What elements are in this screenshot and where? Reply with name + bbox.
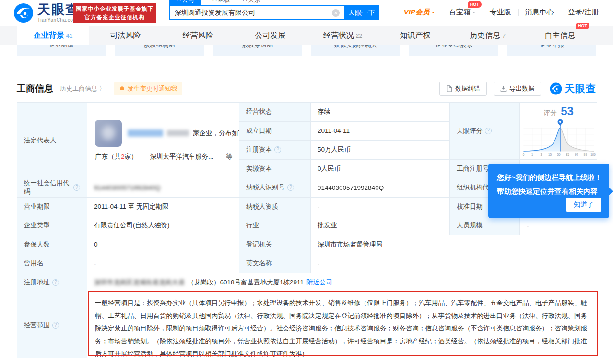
score-word: 评分 [543,109,557,117]
user-menu: VIP会员 HOT 百宝箱 专业版 消息中心 登录/注册 [404,8,599,17]
company-type-label: 企业类型 [17,216,87,235]
tab-intellectual-property[interactable]: 知识产权 [379,26,451,45]
chip-equity-penetration[interactable]: 股权穿透图 [213,45,302,56]
caret-down-icon [431,12,435,15]
badge-line1: 国家中小企业发展子基金旗下 [76,5,154,13]
logo-title: 天眼查 [37,3,79,16]
tooltip-line1: 您好~我们的侧边栏导航上线啦！ [497,170,601,184]
insured-count-value: 0 [87,235,239,254]
help-icon[interactable]: ? [52,279,59,286]
svg-text:3: 3 [540,153,542,156]
help-icon[interactable]: ? [287,184,294,191]
help-icon[interactable]: ? [274,146,281,153]
registration-authority-value: 深圳市市场监督管理局 [311,235,597,254]
search-tab-boss[interactable]: 查老板 [211,0,231,5]
tab-operating-status[interactable]: 经营状况22 [306,26,379,45]
tab-judicial-risk[interactable]: 司法风险 [89,26,162,45]
menu-toolbox[interactable]: HOT 百宝箱 [449,8,476,17]
menu-divider [561,9,561,16]
svg-text:50: 50 [557,153,561,156]
svg-text:99: 99 [583,153,587,156]
search-type-tabs: 查公司 查老板 查关系 [169,0,274,5]
chip-equity-structure[interactable]: 股权结构图 [115,45,204,56]
section-title: 工商信息 [17,82,53,95]
business-scope-label: 经营范围? [17,292,87,358]
business-term-label: 营业期限 [17,198,87,216]
business-info-header: 工商信息 历史工商信息 〉 发生变更时通知我 数据纠错 导出数据 [17,82,596,96]
legal-rep-label: 法定代表人 [17,103,87,178]
tab-history-info[interactable]: 历史信息7 [451,26,524,45]
hot-badge: HOT [468,1,482,8]
tab-company-background[interactable]: 企业背景41 [17,26,89,45]
history-business-info-link[interactable]: 历史工商信息 〉 [60,84,106,93]
legal-rep-count-redacted [167,130,189,136]
clear-search-icon[interactable]: ✕ [332,9,340,17]
tianyancha-watermark: 天眼查 [550,82,596,95]
business-info-table: 法定代表人 家企业，分布如下 广东（共2家） 深圳太平洋汽车服务... 等 经营… [17,102,597,358]
staff-size-label: 人员规模 [450,216,519,235]
svg-text:15: 15 [548,153,552,156]
menu-login-register[interactable]: 登录/注册 [568,8,599,17]
chip-annual-report[interactable]: 企业年报 [507,45,596,56]
score-label: 天眼评分? [450,103,519,159]
tianyancha-company-page: 天眼查 TianYanCha.com 国家中小企业发展子基金旗下 官方备案企业征… [0,0,613,364]
tab-operating-risk[interactable]: 经营风险 [162,26,234,45]
score-number: 53 [561,105,574,118]
svg-text:85: 85 [566,153,569,156]
registered-address-value: 深圳市龙岗区龙城街道龙岗大道 （龙岗段）6018号富基置地大厦1栋2911 附近… [87,273,597,292]
tianyancha-eye-icon [550,82,562,95]
taxpayer-qualification-label: 纳税人资质 [239,198,310,216]
score-bell-curve-chart: 0 1 3 15 50 85 97 99 100 [521,118,597,157]
legal-rep-company-link[interactable]: 深圳太平洋汽车服务... [150,153,214,161]
chip-suspected-controller[interactable]: 疑似实际控制人 [311,45,400,56]
svg-text:1: 1 [531,153,533,156]
status-value: 存续 [311,103,449,121]
chip-beneficial-owner[interactable]: 企业受益股东 [409,45,498,56]
business-scope-value: 一般经营项目是：投资兴办实业（具体项目另行申报）；水处理设备的技术开发、销售及维… [87,292,597,358]
tab-company-development[interactable]: 公司发展 [234,26,306,45]
help-icon[interactable]: ? [73,184,80,191]
establish-date-label: 成立日期 [239,122,310,141]
english-name-value: - [311,254,597,273]
help-icon[interactable]: ? [52,322,59,329]
menu-message-center[interactable]: 消息中心 [525,8,554,17]
search-input[interactable] [169,5,344,20]
status-label: 经营状态 [239,103,310,121]
tab-self-published-info[interactable]: 自主信息 HOT [524,26,596,45]
legal-rep-name-redacted[interactable] [128,129,163,137]
help-icon[interactable]: ? [485,128,492,134]
search-button[interactable]: 天眼一下 [344,5,379,20]
export-data-button[interactable]: 导出数据 [494,82,541,96]
search-tab-relation[interactable]: 查关系 [241,0,261,5]
legal-rep-etc: 等 [226,153,233,161]
legal-rep-region: 广东（共2家） [95,153,138,161]
menu-vip[interactable]: VIP会员 [404,8,435,17]
svg-text:0: 0 [522,153,524,156]
company-type-value: 有限责任公司(自然人独资) [87,216,239,235]
company-section-tabs: 企业背景41 司法风险 经营风险 公司发展 经营状况22 知识产权 历史信息7 … [0,26,613,45]
search-tab-company[interactable]: 查公司 [169,0,201,5]
menu-pro-version[interactable]: 专业版 [490,8,511,17]
chip-company-graph[interactable]: 企业图谱 [17,45,106,56]
notify-on-change-button[interactable]: 发生变更时通知我 [114,82,182,95]
tooltip-got-it-button[interactable]: 知道了 [566,198,601,212]
nearby-companies-link[interactable]: 附近公司 [306,278,332,287]
legal-rep-value: 家企业，分布如下 广东（共2家） 深圳太平洋汽车服务... 等 [87,103,239,178]
site-logo[interactable]: 天眼查 TianYanCha.com [13,3,79,23]
badge-line2: 官方备案企业征信机构 [85,13,145,22]
registration-authority-label: 登记机关 [239,235,310,254]
legal-rep-avatar[interactable] [95,120,122,147]
top-bar: 天眼查 TianYanCha.com 国家中小企业发展子基金旗下 官方备案企业征… [0,0,613,26]
registered-capital-value: 50万人民币 [311,141,449,159]
bell-icon [119,86,125,92]
taxpayer-qualification-value: - [311,198,449,216]
credit-code-label: 统一社会信用代码? [17,178,87,197]
establish-date-value: 2011-04-11 [311,122,449,141]
paid-capital-label: 实缴资本 [239,160,310,178]
data-correction-button[interactable]: 数据纠错 [439,82,487,96]
menu-divider [518,9,519,16]
address-redacted-part: 深圳市龙岗区龙城街道龙岗大道 [94,278,185,287]
paid-capital-value: 0人民币 [311,160,449,178]
hot-badge: HOT [576,23,589,29]
industry-value: 批发业 [311,216,449,235]
